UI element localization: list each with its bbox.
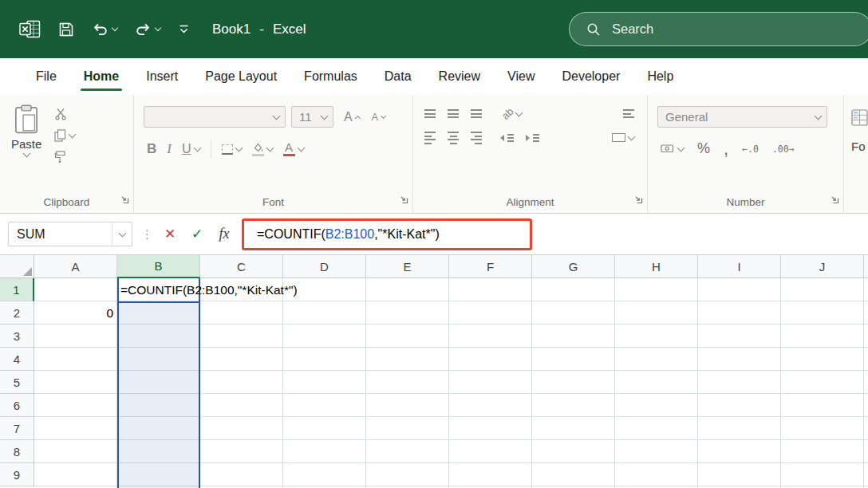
increase-indent-button[interactable] bbox=[526, 134, 539, 142]
row-header-5[interactable]: 5 bbox=[0, 371, 34, 394]
alignment-group: ab bbox=[413, 95, 648, 213]
paste-button[interactable]: Paste bbox=[11, 104, 41, 163]
fill-color-button[interactable] bbox=[252, 143, 273, 156]
tab-home[interactable]: Home bbox=[70, 58, 132, 95]
accounting-dropdown-icon[interactable] bbox=[677, 144, 685, 152]
search-bar[interactable]: Search bbox=[569, 12, 868, 46]
font-name-dropdown-icon[interactable] bbox=[272, 112, 280, 120]
cut-button[interactable] bbox=[54, 108, 75, 120]
tab-insert[interactable]: Insert bbox=[132, 58, 191, 95]
merge-center-button[interactable] bbox=[612, 133, 634, 142]
enter-button[interactable]: ✓ bbox=[185, 222, 209, 246]
formula-input[interactable]: =COUNTIF(B2:B100,"*Kit-Kat*") bbox=[257, 222, 440, 246]
font-size-dropdown-icon[interactable] bbox=[320, 112, 328, 120]
borders-button[interactable] bbox=[222, 144, 242, 155]
orientation-dropdown-icon[interactable] bbox=[515, 108, 523, 116]
italic-button[interactable]: I bbox=[167, 141, 172, 157]
cancel-button[interactable]: ✕ bbox=[158, 222, 182, 246]
formula-bar-drag-handle[interactable]: ⋮ bbox=[141, 222, 153, 246]
font-name-select[interactable] bbox=[144, 106, 286, 128]
name-box-dropdown-icon[interactable] bbox=[118, 229, 126, 237]
increase-decimal-button[interactable]: ←.0 bbox=[742, 144, 759, 155]
increase-font-size-button[interactable]: A bbox=[344, 110, 360, 124]
column-header-d[interactable]: D bbox=[283, 255, 366, 278]
borders-dropdown-icon[interactable] bbox=[235, 144, 243, 152]
align-center-button[interactable] bbox=[448, 132, 459, 144]
tab-data[interactable]: Data bbox=[371, 58, 425, 95]
column-header-h[interactable]: H bbox=[615, 255, 698, 278]
excel-app-icon[interactable] bbox=[19, 20, 41, 38]
tab-file[interactable]: File bbox=[22, 58, 70, 95]
font-size-select[interactable]: 11 bbox=[291, 106, 333, 128]
accounting-format-button[interactable] bbox=[661, 144, 684, 154]
undo-dropdown-icon[interactable] bbox=[112, 25, 118, 31]
font-dialog-launcher-icon[interactable] bbox=[400, 193, 408, 207]
column-header-a[interactable]: A bbox=[34, 255, 117, 278]
orientation-button[interactable]: ab bbox=[502, 108, 522, 120]
fill-color-dropdown-icon[interactable] bbox=[266, 144, 274, 152]
column-header-i[interactable]: I bbox=[698, 255, 781, 278]
merge-center-dropdown-icon[interactable] bbox=[628, 132, 636, 140]
tab-formulas[interactable]: Formulas bbox=[290, 58, 371, 95]
fill-color-bar bbox=[252, 154, 264, 156]
decrease-decimal-button[interactable]: .00→ bbox=[772, 144, 795, 155]
save-icon[interactable] bbox=[58, 22, 74, 37]
underline-button[interactable]: U bbox=[182, 142, 200, 156]
conditional-formatting-label-fragment[interactable]: Fo bbox=[851, 140, 866, 153]
clipboard-dialog-launcher-icon[interactable] bbox=[120, 193, 129, 207]
scissors-icon bbox=[54, 108, 67, 120]
select-all-button[interactable] bbox=[0, 255, 34, 278]
paste-dropdown-icon[interactable] bbox=[22, 150, 30, 158]
cell-B1[interactable]: =COUNTIF(B2:B100,"*Kit-Kat*") bbox=[120, 278, 298, 301]
top-align-button[interactable] bbox=[424, 109, 436, 118]
column-header-j[interactable]: J bbox=[781, 255, 864, 278]
column-header-e[interactable]: E bbox=[366, 255, 449, 278]
redo-dropdown-icon[interactable] bbox=[155, 25, 161, 31]
percent-style-button[interactable]: % bbox=[697, 140, 710, 157]
tab-review[interactable]: Review bbox=[425, 58, 494, 95]
insert-function-button[interactable]: fx bbox=[212, 222, 236, 246]
tab-help[interactable]: Help bbox=[633, 58, 687, 95]
cell-A2[interactable]: 0 bbox=[34, 301, 113, 325]
middle-align-button[interactable] bbox=[448, 109, 459, 118]
format-painter-button[interactable] bbox=[54, 151, 75, 163]
tab-developer[interactable]: Developer bbox=[548, 58, 633, 95]
decrease-font-size-button[interactable]: A bbox=[372, 112, 385, 123]
bottom-align-button[interactable] bbox=[471, 109, 482, 118]
underline-dropdown-icon[interactable] bbox=[193, 144, 201, 152]
tab-page-layout[interactable]: Page Layout bbox=[191, 58, 290, 95]
copy-dropdown-icon[interactable] bbox=[69, 131, 77, 139]
font-color-button[interactable]: A bbox=[283, 142, 304, 156]
row-header-2[interactable]: 2 bbox=[0, 301, 34, 325]
row-header-8[interactable]: 8 bbox=[0, 440, 34, 463]
number-format-select[interactable]: General bbox=[657, 106, 827, 128]
column-header-g[interactable]: G bbox=[532, 255, 615, 278]
column-header-f[interactable]: F bbox=[449, 255, 532, 278]
number-format-dropdown-icon[interactable] bbox=[814, 112, 822, 120]
number-dialog-launcher-icon[interactable] bbox=[831, 193, 839, 207]
conditional-formatting-icon[interactable] bbox=[851, 109, 868, 126]
tab-view[interactable]: View bbox=[494, 58, 548, 95]
decrease-indent-button[interactable] bbox=[500, 134, 514, 142]
row-header-9[interactable]: 9 bbox=[0, 463, 34, 486]
undo-button[interactable] bbox=[92, 22, 117, 36]
row-header-4[interactable]: 4 bbox=[0, 348, 34, 371]
row-header-3[interactable]: 3 bbox=[0, 325, 34, 348]
column-header-b[interactable]: B bbox=[117, 255, 200, 278]
comma-style-button[interactable]: , bbox=[724, 144, 728, 155]
name-box[interactable]: SUM bbox=[8, 222, 132, 246]
row-header-6[interactable]: 6 bbox=[0, 394, 34, 417]
row-header-7[interactable]: 7 bbox=[0, 417, 34, 440]
align-right-button[interactable] bbox=[471, 132, 482, 144]
wrap-text-button[interactable] bbox=[623, 109, 634, 118]
row-header-1[interactable]: 1 bbox=[0, 278, 34, 301]
align-left-button[interactable] bbox=[424, 132, 436, 144]
alignment-dialog-launcher-icon[interactable] bbox=[634, 193, 643, 207]
column-header-c[interactable]: C bbox=[200, 255, 283, 278]
font-color-dropdown-icon[interactable] bbox=[297, 144, 305, 152]
redo-button[interactable] bbox=[135, 22, 160, 36]
bold-button[interactable]: B bbox=[147, 141, 156, 157]
copy-button[interactable] bbox=[54, 129, 75, 142]
increase-indent-icon bbox=[526, 135, 530, 141]
customize-toolbar-icon[interactable] bbox=[178, 24, 190, 34]
